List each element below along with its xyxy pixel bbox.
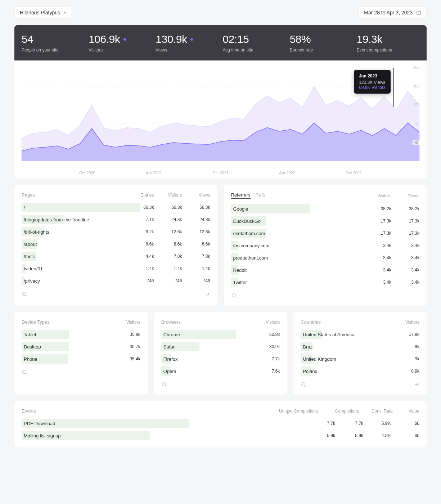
devices-columns: Visitors bbox=[121, 320, 140, 325]
stat-item[interactable]: 19.3kEvent completions bbox=[357, 33, 419, 53]
list-item[interactable]: Desktop35.7k bbox=[22, 342, 140, 351]
stat-item[interactable]: 02:15Avg time on site bbox=[223, 33, 285, 53]
site-name: Hilarious Platypus bbox=[20, 10, 60, 15]
row-value: 38.2k bbox=[372, 206, 391, 211]
column-header: Visitors bbox=[400, 320, 419, 325]
row-label: Poland bbox=[301, 369, 400, 374]
row-value: 12.6k bbox=[163, 229, 182, 234]
list-item[interactable]: /blog/updates-from-the-frontline7.1k24.3… bbox=[22, 215, 210, 224]
list-item[interactable]: /bill-of-rights9.2k12.6k12.6k bbox=[22, 227, 210, 237]
stat-item[interactable]: 54People on your site bbox=[22, 33, 84, 53]
list-item[interactable]: Firefox7.7k bbox=[161, 354, 280, 364]
traffic-chart-card: 2001601208040 Jan 2023 120.3K Views 69.9… bbox=[14, 60, 427, 179]
list-item[interactable]: Chrome60.8k bbox=[161, 330, 280, 339]
stat-label: Views bbox=[156, 48, 218, 53]
traffic-chart[interactable]: 2001601208040 Jan 2023 120.3K Views 69.9… bbox=[22, 68, 419, 168]
stat-value: 02:15 bbox=[223, 33, 249, 45]
arrow-right-icon[interactable] bbox=[204, 291, 210, 297]
search-icon[interactable] bbox=[161, 382, 167, 387]
row-value: 17.3k bbox=[400, 231, 419, 236]
date-range-label: Mar 28 to Apr 3, 2023 bbox=[364, 10, 413, 15]
row-value: 3.4k bbox=[372, 280, 391, 285]
row-label: Firefox bbox=[161, 356, 261, 362]
list-item[interactable]: /video/011.4k1.4k1.4k bbox=[22, 264, 210, 273]
row-value: 7.6k bbox=[260, 369, 280, 374]
date-range-selector[interactable]: Mar 28 to Apr 3, 2023 bbox=[359, 6, 427, 19]
list-item[interactable]: Twitter3.4k3.4k bbox=[231, 278, 420, 287]
row-value: 3.4k bbox=[372, 267, 391, 273]
search-icon[interactable] bbox=[301, 382, 306, 387]
list-item[interactable]: /privacy746746746 bbox=[22, 276, 210, 285]
pages-columns: EntriesVisitorsViews bbox=[135, 193, 210, 198]
list-item[interactable]: United States of America17.8k bbox=[301, 330, 419, 339]
list-item[interactable]: usefathom.com17.3k17.3k bbox=[231, 229, 420, 238]
list-item[interactable]: Mailing list signup5.9k5.9k4.5%$0 bbox=[22, 431, 419, 440]
row-value: 746 bbox=[135, 278, 154, 283]
devices-card: Device Types Visitors Tablet35.8kDesktop… bbox=[14, 312, 148, 395]
row-value: 12.6k bbox=[191, 229, 210, 234]
svg-point-11 bbox=[302, 383, 305, 386]
row-value: 30.9k bbox=[260, 344, 280, 349]
list-item[interactable]: /about8.6k8.6k8.6k bbox=[22, 239, 210, 249]
row-value: 17.8k bbox=[400, 332, 419, 337]
list-item[interactable]: producthunt.com3.4k3.4k bbox=[231, 253, 420, 262]
top-bar: Hilarious Platypus Mar 28 to Apr 3, 2023 bbox=[14, 6, 427, 19]
row-value: 7.1k bbox=[135, 217, 154, 222]
referrers-list: Google38.2k38.2kDuckDuckGo17.3k17.3kusef… bbox=[231, 204, 420, 287]
list-item[interactable]: Google38.2k38.2k bbox=[231, 204, 420, 213]
list-item[interactable]: fastcompany.com3.4k3.4k bbox=[231, 241, 420, 250]
row-value: 9k bbox=[400, 356, 419, 361]
search-icon[interactable] bbox=[231, 293, 237, 298]
search-icon[interactable] bbox=[22, 291, 27, 297]
devices-list: Tablet35.8kDesktop35.7kPhone35.4k bbox=[22, 330, 140, 364]
list-item[interactable]: Phone35.4k bbox=[22, 354, 140, 364]
row-value: 17.3k bbox=[400, 219, 419, 224]
list-item[interactable]: Brazil9k bbox=[301, 342, 419, 351]
list-item[interactable]: DuckDuckGo17.3k17.3k bbox=[231, 216, 420, 226]
row-value: 7.8k bbox=[191, 254, 210, 259]
tab-referrers[interactable]: Referrers bbox=[231, 192, 251, 199]
countries-columns: Visitors bbox=[400, 320, 419, 325]
row-value: 66.3k bbox=[135, 205, 154, 210]
row-value: 17.3k bbox=[372, 219, 391, 224]
row-value: 5.9k bbox=[316, 433, 335, 438]
list-item[interactable]: Opera7.6k bbox=[161, 366, 280, 376]
site-selector[interactable]: Hilarious Platypus bbox=[14, 6, 71, 19]
list-item[interactable]: United Kingdom9k bbox=[301, 354, 419, 364]
list-item[interactable]: /66.3k66.3k66.3k bbox=[22, 203, 210, 212]
stat-item[interactable]: 58%Bounce rate bbox=[290, 33, 352, 53]
referrers-tabs: Referrers Refs bbox=[231, 192, 265, 199]
row-value: 746 bbox=[163, 278, 182, 283]
list-item[interactable]: PDF Download7.7k7.7k5.9%$0 bbox=[22, 419, 419, 428]
pages-title: Pages bbox=[22, 192, 35, 198]
stat-item[interactable]: 106.9kVisitors bbox=[89, 33, 151, 53]
row-label: DuckDuckGo bbox=[231, 219, 372, 224]
column-header: Visitors bbox=[372, 193, 391, 198]
list-item[interactable]: Reddit3.4k3.4k bbox=[231, 265, 420, 275]
row-label: Google bbox=[231, 206, 372, 212]
list-item[interactable]: Tablet35.8k bbox=[22, 330, 140, 339]
y-tick-label: 160 bbox=[413, 84, 419, 88]
list-item[interactable]: /facts4.4k7.8k7.8k bbox=[22, 252, 210, 261]
search-icon[interactable] bbox=[22, 369, 27, 375]
row-value: 8.6k bbox=[163, 242, 182, 247]
stat-value: 106.9k bbox=[89, 33, 120, 45]
series-dot-icon bbox=[123, 38, 126, 41]
row-value: 3.4k bbox=[400, 267, 419, 273]
row-value: 9k bbox=[400, 344, 419, 349]
row-label: Reddit bbox=[231, 267, 372, 273]
browsers-card: Browsers Visitors Chrome60.8kSafari30.9k… bbox=[154, 312, 287, 395]
svg-rect-0 bbox=[417, 11, 421, 14]
list-item[interactable]: Safari30.9k bbox=[161, 342, 280, 351]
tab-refs[interactable]: Refs bbox=[256, 192, 265, 199]
events-title: Events bbox=[22, 408, 36, 414]
browsers-columns: Visitors bbox=[260, 320, 280, 325]
svg-point-9 bbox=[23, 370, 26, 374]
row-value: 66.3k bbox=[191, 205, 210, 210]
pages-card: Pages EntriesVisitorsViews /66.3k66.3k66… bbox=[14, 185, 217, 306]
stat-item[interactable]: 130.9kViews bbox=[156, 33, 218, 53]
list-item[interactable]: Poland8.9k bbox=[301, 366, 419, 376]
y-axis-ticks: 2001601208040 bbox=[409, 68, 419, 161]
row-value: 1.4k bbox=[191, 266, 210, 271]
arrow-right-icon[interactable] bbox=[414, 382, 419, 387]
